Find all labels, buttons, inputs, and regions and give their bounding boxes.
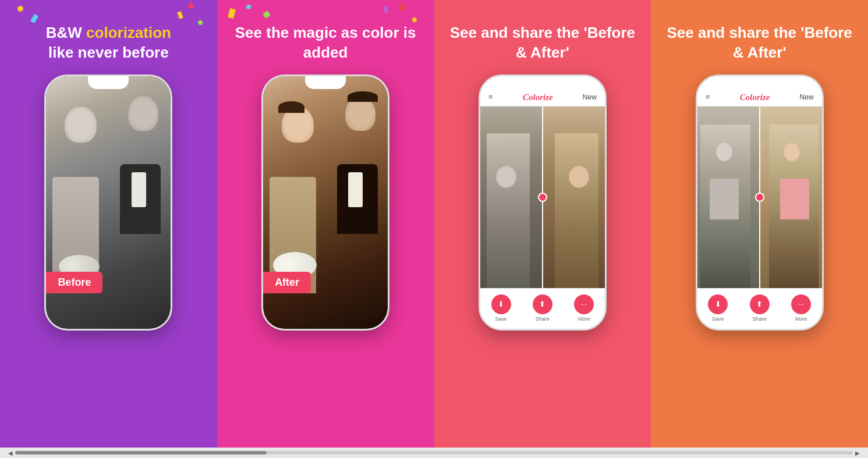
phone-3-wrapper: ≡ Colorize New	[479, 74, 607, 436]
phone-2-notch	[305, 76, 346, 89]
app-title-4: Colorize	[740, 93, 770, 102]
phone-1-wrapper: Before	[44, 74, 172, 436]
share-icon-4[interactable]: ⬆	[750, 294, 770, 314]
split-photo-3	[480, 106, 605, 288]
app-title-3: Colorize	[523, 93, 553, 102]
after-badge: After	[263, 272, 311, 293]
after-photo-3	[543, 106, 605, 288]
more-action-4: ··· More	[791, 294, 811, 322]
before-photo-4	[697, 106, 760, 288]
share-label-3: Share	[536, 316, 550, 322]
save-icon-4[interactable]: ⬇	[708, 294, 728, 314]
hamburger-icon-3[interactable]: ≡	[488, 93, 493, 102]
scrollbar: ◀ ▶	[0, 448, 868, 458]
panel-4-title: See and share the 'Before & After'	[662, 23, 856, 63]
phone-4-notch	[739, 76, 780, 89]
main-container: B&W colorizationlike never before	[0, 0, 868, 448]
panel-4: See and share the 'Before & After' ≡ Col…	[651, 0, 868, 448]
phone-3-screen: ≡ Colorize New	[480, 76, 605, 329]
phone-2: After	[261, 74, 389, 331]
phone-3: ≡ Colorize New	[479, 74, 607, 331]
before-badge: Before	[46, 272, 102, 293]
panel-1-title: B&W colorizationlike never before	[46, 23, 171, 63]
hamburger-icon-4[interactable]: ≡	[706, 93, 710, 102]
app-bottom-4: ⬇ Save ⬆ Share ··· More	[697, 288, 822, 329]
phone-4-wrapper: ≡ Colorize New	[696, 74, 824, 436]
new-button-3[interactable]: New	[583, 93, 597, 101]
save-icon-3[interactable]: ⬇	[491, 294, 511, 314]
save-action-4: ⬇ Save	[708, 294, 728, 322]
share-icon-3[interactable]: ⬆	[533, 294, 552, 314]
phone-1-screen: Before	[46, 76, 171, 329]
more-icon-3[interactable]: ···	[574, 294, 594, 314]
phone-2-wrapper: After	[261, 74, 389, 436]
phone-4-screen: ≡ Colorize New	[697, 76, 822, 329]
panel-2: See the magic as color is added	[217, 0, 434, 448]
before-photo-3	[480, 106, 543, 288]
phone-3-app: ≡ Colorize New	[480, 76, 605, 329]
split-handle-3[interactable]	[538, 193, 547, 202]
save-action-3: ⬇ Save	[491, 294, 511, 322]
phone-2-screen: After	[263, 76, 388, 329]
panel-3-title: See and share the 'Before & After'	[446, 23, 640, 63]
save-label-3: Save	[495, 316, 507, 322]
save-label-4: Save	[712, 316, 724, 322]
phone-4-app: ≡ Colorize New	[697, 76, 822, 329]
scroll-left-arrow[interactable]: ◀	[6, 450, 15, 456]
share-action-3: ⬆ Share	[533, 294, 552, 322]
more-icon-4[interactable]: ···	[791, 294, 811, 314]
split-handle-4[interactable]	[755, 193, 764, 202]
panel-1: B&W colorizationlike never before	[0, 0, 217, 448]
scrollbar-thumb[interactable]	[15, 451, 267, 455]
phone-3-notch	[522, 76, 563, 89]
split-photo-4	[697, 106, 822, 288]
share-action-4: ⬆ Share	[750, 294, 770, 322]
panel-1-highlight: colorization	[86, 24, 171, 41]
phone-1: Before	[44, 74, 172, 331]
share-label-4: Share	[753, 316, 767, 322]
more-label-3: More	[578, 316, 590, 322]
new-button-4[interactable]: New	[800, 93, 814, 101]
more-action-3: ··· More	[574, 294, 594, 322]
more-label-4: More	[795, 316, 807, 322]
panel-2-title: See the magic as color is added	[229, 23, 423, 63]
phone-4: ≡ Colorize New	[696, 74, 824, 331]
panel-3: See and share the 'Before & After' ≡ Col…	[434, 0, 651, 448]
after-photo-4	[760, 106, 822, 288]
scrollbar-track[interactable]	[15, 451, 853, 455]
phone-1-notch	[88, 76, 129, 89]
scroll-right-arrow[interactable]: ▶	[853, 450, 862, 456]
app-bottom-3: ⬇ Save ⬆ Share ··· More	[480, 288, 605, 329]
